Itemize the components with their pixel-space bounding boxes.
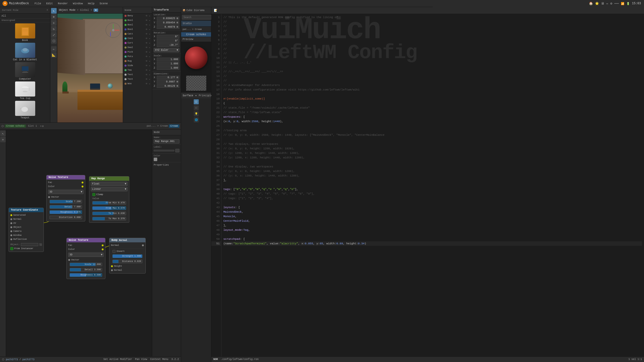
- scale-y[interactable]: 1.000: [157, 62, 179, 66]
- outliner-deal[interactable]: Deal 👁 ▸: [123, 45, 152, 50]
- asset-item-teapot[interactable]: Teapot: [1, 101, 49, 119]
- scale-x[interactable]: 1.000: [157, 58, 179, 61]
- noise-texture-node-1: Noise Texture Fac Color: [46, 175, 85, 221]
- code-lines[interactable]: VuiMuich //LeftWM Config // This is the …: [221, 14, 644, 356]
- current-file-label: Current File: [2, 9, 18, 12]
- noise2-rough-row: Roughness 0.500: [68, 273, 104, 277]
- asset-item-book[interactable]: Book: [1, 23, 49, 42]
- cream-material-label[interactable]: Cream schoko: [181, 32, 211, 37]
- asset-item-computer[interactable]: Computer: [1, 62, 49, 80]
- outliner-bool1[interactable]: Bool 👁 ▸: [123, 18, 152, 23]
- asset-item-blanket[interactable]: Cat in a Blanket: [1, 43, 49, 61]
- asset-teapot-label: Teapot: [20, 116, 29, 119]
- scale-z[interactable]: 1.000: [157, 66, 179, 70]
- menu-file[interactable]: File: [32, 2, 43, 6]
- node-name-value[interactable]: Map Range.001: [154, 139, 179, 144]
- rot-z[interactable]: -28.7°: [157, 43, 179, 47]
- annotate-tool[interactable]: ✏: [51, 46, 57, 52]
- node-canvas[interactable]: Texture Coordinate Generated Normal: [6, 130, 152, 356]
- flat-icon[interactable]: □: [194, 105, 199, 110]
- outliner-woo[interactable]: Woo 👁 ▸: [123, 81, 152, 86]
- dim-y[interactable]: 0.0907 m: [157, 80, 179, 84]
- preview-section: [181, 42, 211, 74]
- node-color-picker[interactable]: [175, 149, 179, 152]
- outliner-side[interactable]: Side 👁 ▸: [123, 63, 152, 68]
- loc-y[interactable]: 0.050454 m: [157, 21, 179, 25]
- table: [77, 90, 123, 110]
- outliner-text2[interactable]: Text 👁 ▸: [123, 77, 152, 81]
- viewport-3d[interactable]: Object Mode ▼ Global ▼ ●: [57, 7, 123, 122]
- viewport-shading[interactable]: ●: [94, 9, 98, 12]
- noise-detail-row: Detail 7.000: [48, 204, 84, 209]
- rot-y[interactable]: 0°: [157, 39, 179, 43]
- outliner-header: Scene: [123, 7, 152, 14]
- world-icon[interactable]: 🌐: [194, 117, 199, 122]
- settings-icon[interactable]: ⚙: [610, 2, 612, 6]
- menu-scene[interactable]: Scene: [98, 2, 110, 6]
- measure-tool[interactable]: 📐: [51, 52, 57, 58]
- outliner-cool[interactable]: Cool 👁 ▸: [123, 36, 152, 41]
- menu-window[interactable]: Window: [71, 2, 85, 6]
- code-line-16: // A WindowManager for Adventurers: [223, 83, 642, 87]
- outliner-tea[interactable]: Tea 👁 ▸: [123, 68, 152, 72]
- cream-mat-label[interactable]: Cream: [169, 124, 179, 128]
- node-section: ⬡ Cream schoko Slot 1 + ⚙ pat... > Cream…: [0, 123, 181, 356]
- slot-label[interactable]: Slot 1: [27, 124, 38, 128]
- code-line-1: // This is the default generated RON con…: [223, 15, 642, 20]
- rotate-tool[interactable]: ↻: [51, 26, 57, 32]
- ln-13: 13: [211, 69, 221, 74]
- node-settings-icon[interactable]: ⚙: [42, 125, 44, 128]
- blender-logo: B: [3, 1, 8, 6]
- outliner-curt[interactable]: Curt 👁 ▸: [123, 41, 152, 45]
- move-tool[interactable]: ✛: [51, 20, 57, 26]
- node-label-value[interactable]: [154, 150, 174, 151]
- outliner-catt[interactable]: Catt 👁 ▸: [123, 32, 152, 36]
- scale-label: Scale:: [154, 55, 179, 57]
- outliner-text1[interactable]: Text 👁 ▸: [123, 72, 152, 77]
- sphere-icon[interactable]: ⬡: [194, 99, 199, 104]
- outliner-pots[interactable]: Pots 👁 ▸: [123, 54, 152, 59]
- ln-40: 40: [211, 192, 221, 196]
- node-label-row: Label:: [152, 145, 181, 154]
- map-range-type-dropdown[interactable]: Float ▼: [91, 182, 128, 186]
- outliner-bool2[interactable]: Bool 👁 ▸: [123, 23, 152, 27]
- teacup-thumbnail: [15, 81, 35, 97]
- pen-icon[interactable]: ✏: [606, 2, 608, 6]
- orientation-dropdown[interactable]: Global: [80, 9, 89, 12]
- node-tool-1[interactable]: ↖: [0, 131, 6, 136]
- ln-47: 47: [211, 223, 221, 228]
- asset-item-teacup[interactable]: Tea Cup: [1, 81, 49, 100]
- rot-x[interactable]: 0°: [157, 35, 179, 38]
- dim-z[interactable]: 0.00129 m: [157, 84, 179, 88]
- node-tool-2[interactable]: ✛: [0, 137, 6, 142]
- loc-z[interactable]: 0.46078 m: [157, 25, 179, 29]
- outliner-pick[interactable]: Pick 👁 ▸: [123, 50, 152, 54]
- noise2-type-dropdown[interactable]: 3D ▼: [68, 253, 104, 257]
- add-icon[interactable]: +: [47, 9, 48, 12]
- ln-5: 5: [211, 33, 221, 38]
- menu-edit[interactable]: Edit: [44, 2, 55, 6]
- transform-tool[interactable]: ⬡: [51, 38, 57, 44]
- home-icon[interactable]: 🏠: [589, 2, 593, 6]
- scale-tool[interactable]: ⤢: [51, 32, 57, 38]
- select-tool[interactable]: ↖: [51, 8, 57, 14]
- map-range-interp-dropdown[interactable]: Linear ▼: [91, 187, 128, 191]
- rotation-mode-dropdown[interactable]: XYZ Euler ▼: [154, 48, 179, 52]
- monitor-icon[interactable]: 🖥: [601, 2, 604, 6]
- menu-help[interactable]: Help: [86, 2, 96, 6]
- outliner-rug[interactable]: Rug 👁 ▸: [123, 59, 152, 63]
- cursor-tool[interactable]: ⊕: [51, 14, 57, 20]
- noise2-scale-row: Scale 12.000: [68, 262, 104, 267]
- add-node-icon[interactable]: +: [40, 125, 42, 128]
- ln-21: 21: [211, 106, 221, 110]
- dim-x[interactable]: 0.177 m: [157, 76, 179, 79]
- menu-render[interactable]: Render: [56, 2, 70, 6]
- mode-dropdown[interactable]: Object Mode: [59, 9, 75, 12]
- noise-type-dropdown[interactable]: 3D ▼: [48, 190, 84, 194]
- star-icon[interactable]: ⭐: [595, 2, 599, 6]
- color-swatch[interactable]: [154, 158, 157, 161]
- outliner-bool3[interactable]: Bool 👁 ▸: [123, 27, 152, 32]
- light-icon[interactable]: 💡: [194, 111, 199, 116]
- outliner-beny[interactable]: Beny 👁 ▸: [123, 14, 152, 18]
- loc-x[interactable]: 0.039625 m: [157, 17, 179, 20]
